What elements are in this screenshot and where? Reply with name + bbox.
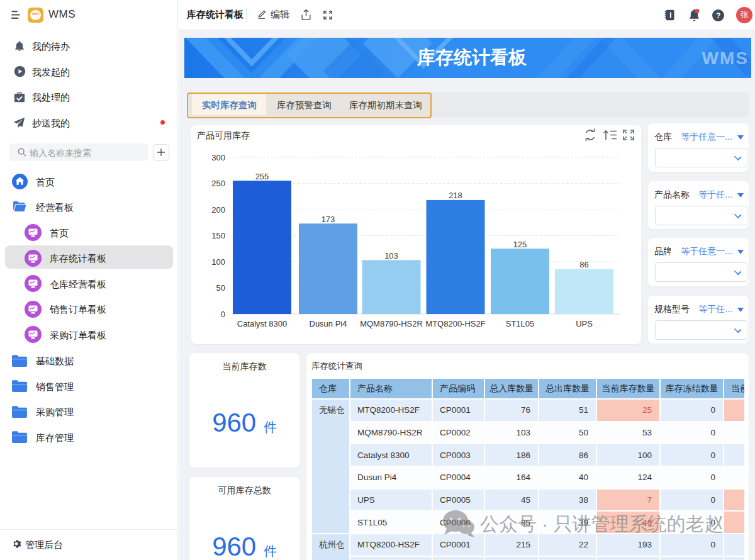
svg-text:300: 300 xyxy=(211,153,225,162)
svg-text:UPS: UPS xyxy=(576,319,593,328)
svg-text:公众号 · 只讲管理系统的老赵: 公众号 · 只讲管理系统的老赵 xyxy=(480,513,724,534)
svg-text:产品可用库存: 产品可用库存 xyxy=(197,130,250,140)
svg-text:WMS: WMS xyxy=(702,48,749,68)
svg-text:Dusun Pi4: Dusun Pi4 xyxy=(310,319,347,328)
svg-text:200: 200 xyxy=(211,205,225,215)
svg-text:150: 150 xyxy=(211,231,225,240)
svg-text:库存统计看板: 库存统计看板 xyxy=(417,47,527,67)
svg-text:173: 173 xyxy=(322,215,335,224)
svg-text:MTQ8200-HS2F: MTQ8200-HS2F xyxy=(425,319,485,328)
svg-text:Catalyst 8300: Catalyst 8300 xyxy=(237,319,288,328)
svg-text:86: 86 xyxy=(579,260,588,269)
svg-text:218: 218 xyxy=(449,191,462,200)
svg-text:0: 0 xyxy=(221,310,225,319)
svg-text:50: 50 xyxy=(216,283,225,293)
svg-text:250: 250 xyxy=(211,179,225,188)
svg-text:103: 103 xyxy=(384,251,398,260)
svg-text:MQM8790-HS2R: MQM8790-HS2R xyxy=(360,319,423,328)
svg-text:255: 255 xyxy=(255,172,269,181)
svg-text:100: 100 xyxy=(211,257,225,267)
svg-text:?: ? xyxy=(716,11,720,20)
svg-text:125: 125 xyxy=(513,240,527,249)
svg-text:ST1L05: ST1L05 xyxy=(506,319,535,328)
